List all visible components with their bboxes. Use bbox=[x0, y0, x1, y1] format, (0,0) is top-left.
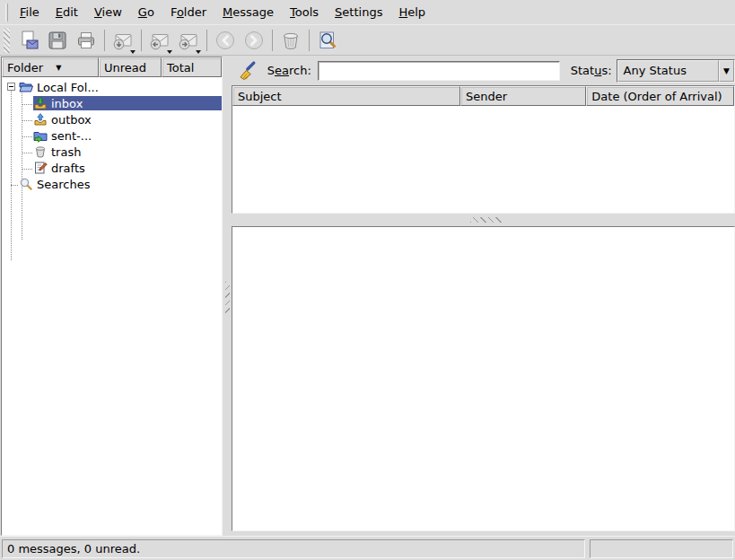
unread-column-header[interactable]: Unread bbox=[99, 57, 162, 77]
back-icon bbox=[214, 30, 236, 51]
menu-edit[interactable]: Edit bbox=[48, 2, 86, 22]
status-combobox[interactable]: Any Status ▼ bbox=[617, 59, 735, 83]
message-list-body[interactable] bbox=[232, 106, 734, 213]
mail-reply-icon bbox=[149, 30, 171, 51]
forward-button[interactable] bbox=[175, 27, 202, 54]
mail-forward-icon bbox=[178, 30, 199, 51]
collapse-expander-icon[interactable] bbox=[7, 83, 15, 91]
folder-row-sent-mail[interactable]: sent-... bbox=[2, 127, 222, 144]
mail-new-icon bbox=[18, 30, 39, 51]
sent-mail-icon bbox=[33, 128, 48, 143]
toolbar-separator bbox=[272, 30, 273, 51]
menu-message[interactable]: Message bbox=[214, 2, 282, 22]
folder-row-local-folders[interactable]: Local Fol... bbox=[2, 79, 222, 95]
folder-pane: Folder ▼ Unread Total Local Fol... bbox=[1, 57, 223, 536]
folder-row-inbox[interactable]: inbox bbox=[2, 95, 222, 111]
folder-row-searches[interactable]: Searches bbox=[2, 176, 222, 192]
folder-row-trash[interactable]: trash bbox=[2, 144, 222, 160]
find-icon bbox=[317, 30, 338, 51]
new-message-button[interactable] bbox=[15, 27, 42, 54]
status-combobox-value: Any Status bbox=[617, 60, 719, 82]
search-input[interactable] bbox=[318, 61, 560, 81]
sender-column-header[interactable]: Sender bbox=[460, 86, 586, 106]
folder-row-drafts[interactable]: drafts bbox=[2, 160, 222, 176]
menubar: File Edit View Go Folder Message Tools S… bbox=[0, 0, 735, 25]
dropdown-caret-icon bbox=[167, 50, 172, 54]
drafts-icon bbox=[33, 161, 48, 175]
folder-tree: Local Fol... inbox outbox bbox=[2, 77, 222, 535]
find-button[interactable] bbox=[314, 27, 341, 54]
outbox-icon bbox=[33, 112, 48, 127]
trash-icon bbox=[280, 30, 302, 51]
toolbar-separator bbox=[206, 30, 207, 51]
toolbar bbox=[0, 25, 735, 56]
toolbar-separator bbox=[104, 30, 105, 51]
trash-icon bbox=[33, 144, 48, 159]
splitter-grip bbox=[225, 282, 230, 314]
reply-button[interactable] bbox=[146, 27, 173, 54]
print-icon bbox=[75, 30, 97, 51]
dropdown-caret-icon bbox=[196, 50, 201, 54]
message-list: Subject Sender Date (Order of Arrival) bbox=[232, 85, 735, 214]
splitter-grip bbox=[470, 217, 503, 223]
menu-tools[interactable]: Tools bbox=[282, 2, 327, 22]
save-icon bbox=[47, 30, 68, 51]
menu-settings[interactable]: Settings bbox=[327, 2, 390, 22]
save-button[interactable] bbox=[44, 27, 71, 54]
vertical-splitter[interactable] bbox=[223, 56, 232, 536]
toolbar-drag-handle[interactable] bbox=[4, 28, 10, 53]
date-column-header[interactable]: Date (Order of Arrival) bbox=[586, 86, 734, 106]
menu-folder[interactable]: Folder bbox=[162, 2, 214, 22]
forward-nav-button[interactable] bbox=[241, 27, 267, 54]
subject-column-header[interactable]: Subject bbox=[232, 86, 460, 106]
menu-file[interactable]: File bbox=[12, 2, 48, 22]
forward-icon bbox=[243, 30, 265, 51]
message-list-header: Subject Sender Date (Order of Arrival) bbox=[232, 86, 734, 106]
toolbar-separator bbox=[141, 30, 142, 51]
menubar-drag-handle[interactable] bbox=[5, 4, 8, 22]
status-label: Status: bbox=[571, 64, 612, 77]
kmail-window: { "colors": { "window_bg": "#dcdcdc", "s… bbox=[0, 0, 735, 560]
dropdown-caret-icon bbox=[130, 50, 136, 54]
quick-search-bar: Search: Status: Any Status ▼ bbox=[232, 56, 735, 85]
message-preview-pane[interactable] bbox=[232, 226, 735, 531]
check-mail-button[interactable] bbox=[109, 27, 136, 54]
check-mail-icon bbox=[112, 30, 134, 51]
print-button[interactable] bbox=[73, 27, 100, 54]
chevron-down-icon: ▼ bbox=[723, 66, 730, 75]
message-area: Search: Status: Any Status ▼ Subject Sen… bbox=[232, 56, 735, 536]
menu-go[interactable]: Go bbox=[130, 2, 162, 22]
total-column-header[interactable]: Total bbox=[162, 57, 222, 77]
search-label: Search: bbox=[267, 64, 311, 77]
combobox-dropdown-button[interactable]: ▼ bbox=[719, 60, 734, 82]
inbox-icon bbox=[33, 96, 48, 110]
horizontal-splitter[interactable] bbox=[232, 214, 735, 226]
statusbar-right-panel bbox=[590, 539, 733, 558]
statusbar-message-count: 0 messages, 0 unread. bbox=[2, 539, 585, 558]
clear-search-broom-icon[interactable] bbox=[237, 59, 260, 83]
folder-open-icon bbox=[19, 80, 33, 94]
sort-arrow-icon: ▼ bbox=[56, 64, 61, 72]
statusbar: 0 messages, 0 unread. bbox=[0, 536, 735, 560]
search-folder-icon bbox=[19, 177, 33, 191]
back-button[interactable] bbox=[212, 27, 239, 54]
selected-row-highlight: inbox bbox=[33, 96, 222, 110]
folder-list-header: Folder ▼ Unread Total bbox=[2, 57, 222, 77]
folder-row-outbox[interactable]: outbox bbox=[2, 111, 222, 127]
trash-button[interactable] bbox=[277, 27, 304, 54]
menu-view[interactable]: View bbox=[86, 2, 130, 22]
menu-help[interactable]: Help bbox=[390, 2, 433, 22]
folder-column-header[interactable]: Folder ▼ bbox=[2, 57, 99, 77]
toolbar-separator bbox=[309, 30, 310, 51]
